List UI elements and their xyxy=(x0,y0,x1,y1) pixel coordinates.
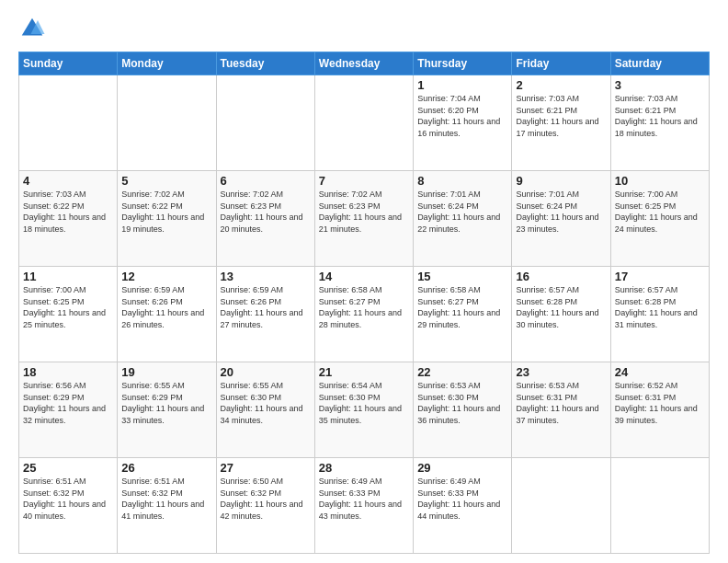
calendar-cell: 27Sunrise: 6:50 AMSunset: 6:32 PMDayligh… xyxy=(216,458,314,554)
calendar-week-row: 1Sunrise: 7:04 AMSunset: 6:20 PMDaylight… xyxy=(19,75,710,171)
day-number: 12 xyxy=(121,270,211,283)
day-info: Sunrise: 6:49 AMSunset: 6:33 PMDaylight:… xyxy=(417,476,507,522)
day-number: 26 xyxy=(121,461,211,475)
day-info: Sunrise: 6:53 AMSunset: 6:30 PMDaylight:… xyxy=(417,380,507,426)
day-number: 11 xyxy=(23,270,113,283)
calendar-cell: 14Sunrise: 6:58 AMSunset: 6:27 PMDayligh… xyxy=(314,267,413,362)
calendar-cell: 3Sunrise: 7:03 AMSunset: 6:21 PMDaylight… xyxy=(610,75,709,171)
day-info: Sunrise: 7:01 AMSunset: 6:24 PMDaylight:… xyxy=(417,189,507,235)
day-info: Sunrise: 7:02 AMSunset: 6:23 PMDaylight:… xyxy=(221,189,311,235)
day-number: 25 xyxy=(23,461,113,475)
day-info: Sunrise: 6:51 AMSunset: 6:32 PMDaylight:… xyxy=(23,476,113,522)
day-info: Sunrise: 6:53 AMSunset: 6:31 PMDaylight:… xyxy=(516,380,606,426)
day-info: Sunrise: 6:59 AMSunset: 6:26 PMDaylight:… xyxy=(121,284,211,330)
day-info: Sunrise: 7:04 AMSunset: 6:20 PMDaylight:… xyxy=(417,93,507,139)
weekday-header: Sunday xyxy=(19,52,118,75)
day-info: Sunrise: 7:03 AMSunset: 6:21 PMDaylight:… xyxy=(615,93,705,139)
calendar-cell: 17Sunrise: 6:57 AMSunset: 6:28 PMDayligh… xyxy=(610,267,709,362)
day-info: Sunrise: 6:57 AMSunset: 6:28 PMDaylight:… xyxy=(516,284,606,330)
day-info: Sunrise: 6:59 AMSunset: 6:26 PMDaylight:… xyxy=(221,284,311,330)
day-number: 20 xyxy=(221,365,311,379)
day-number: 17 xyxy=(615,270,705,283)
day-info: Sunrise: 6:52 AMSunset: 6:31 PMDaylight:… xyxy=(615,380,705,426)
calendar-cell: 19Sunrise: 6:55 AMSunset: 6:29 PMDayligh… xyxy=(118,362,216,458)
day-info: Sunrise: 6:56 AMSunset: 6:29 PMDaylight:… xyxy=(23,380,113,426)
calendar-cell xyxy=(512,458,610,554)
day-info: Sunrise: 7:00 AMSunset: 6:25 PMDaylight:… xyxy=(23,284,113,330)
calendar-cell: 15Sunrise: 6:58 AMSunset: 6:27 PMDayligh… xyxy=(414,267,512,362)
calendar-cell: 11Sunrise: 7:00 AMSunset: 6:25 PMDayligh… xyxy=(19,267,118,362)
calendar-cell: 25Sunrise: 6:51 AMSunset: 6:32 PMDayligh… xyxy=(19,458,118,554)
calendar-cell: 10Sunrise: 7:00 AMSunset: 6:25 PMDayligh… xyxy=(610,171,709,267)
day-info: Sunrise: 7:01 AMSunset: 6:24 PMDaylight:… xyxy=(516,189,606,235)
calendar-cell: 7Sunrise: 7:02 AMSunset: 6:23 PMDaylight… xyxy=(314,171,413,267)
day-number: 22 xyxy=(417,365,507,379)
page: SundayMondayTuesdayWednesdayThursdayFrid… xyxy=(0,0,728,563)
calendar-cell xyxy=(118,75,216,171)
calendar-cell: 21Sunrise: 6:54 AMSunset: 6:30 PMDayligh… xyxy=(314,362,413,458)
day-number: 21 xyxy=(319,365,409,379)
day-number: 24 xyxy=(615,365,705,379)
calendar-cell xyxy=(314,75,413,171)
day-number: 5 xyxy=(121,174,211,188)
weekday-header: Tuesday xyxy=(216,52,314,75)
day-number: 8 xyxy=(417,174,507,188)
calendar-cell: 8Sunrise: 7:01 AMSunset: 6:24 PMDaylight… xyxy=(414,171,512,267)
day-info: Sunrise: 7:00 AMSunset: 6:25 PMDaylight:… xyxy=(615,189,705,235)
day-info: Sunrise: 7:03 AMSunset: 6:21 PMDaylight:… xyxy=(516,93,606,139)
calendar-cell: 5Sunrise: 7:02 AMSunset: 6:22 PMDaylight… xyxy=(118,171,216,267)
header xyxy=(18,15,710,42)
calendar-cell: 12Sunrise: 6:59 AMSunset: 6:26 PMDayligh… xyxy=(118,267,216,362)
day-number: 2 xyxy=(516,78,606,92)
calendar-cell xyxy=(216,75,314,171)
day-info: Sunrise: 6:55 AMSunset: 6:29 PMDaylight:… xyxy=(121,380,211,426)
calendar-header: SundayMondayTuesdayWednesdayThursdayFrid… xyxy=(19,52,710,75)
calendar-cell: 24Sunrise: 6:52 AMSunset: 6:31 PMDayligh… xyxy=(610,362,709,458)
day-number: 13 xyxy=(221,270,311,283)
calendar-cell: 16Sunrise: 6:57 AMSunset: 6:28 PMDayligh… xyxy=(512,267,610,362)
calendar-cell: 18Sunrise: 6:56 AMSunset: 6:29 PMDayligh… xyxy=(19,362,118,458)
calendar-cell: 1Sunrise: 7:04 AMSunset: 6:20 PMDaylight… xyxy=(414,75,512,171)
day-number: 7 xyxy=(319,174,409,188)
day-info: Sunrise: 6:58 AMSunset: 6:27 PMDaylight:… xyxy=(417,284,507,330)
day-number: 3 xyxy=(615,78,705,92)
weekday-header: Saturday xyxy=(610,52,709,75)
weekday-header: Friday xyxy=(512,52,610,75)
calendar-cell: 2Sunrise: 7:03 AMSunset: 6:21 PMDaylight… xyxy=(512,75,610,171)
weekday-row: SundayMondayTuesdayWednesdayThursdayFrid… xyxy=(19,52,710,75)
day-number: 10 xyxy=(615,174,705,188)
day-number: 14 xyxy=(319,270,409,283)
day-number: 29 xyxy=(417,461,507,475)
day-info: Sunrise: 6:58 AMSunset: 6:27 PMDaylight:… xyxy=(319,284,409,330)
calendar-table: SundayMondayTuesdayWednesdayThursdayFrid… xyxy=(18,52,710,554)
day-number: 28 xyxy=(319,461,409,475)
day-number: 23 xyxy=(516,365,606,379)
calendar-cell: 9Sunrise: 7:01 AMSunset: 6:24 PMDaylight… xyxy=(512,171,610,267)
calendar-cell xyxy=(610,458,709,554)
day-info: Sunrise: 6:57 AMSunset: 6:28 PMDaylight:… xyxy=(615,284,705,330)
weekday-header: Monday xyxy=(118,52,216,75)
calendar-cell: 20Sunrise: 6:55 AMSunset: 6:30 PMDayligh… xyxy=(216,362,314,458)
day-info: Sunrise: 6:50 AMSunset: 6:32 PMDaylight:… xyxy=(221,476,311,522)
calendar-week-row: 18Sunrise: 6:56 AMSunset: 6:29 PMDayligh… xyxy=(19,362,710,458)
calendar-week-row: 4Sunrise: 7:03 AMSunset: 6:22 PMDaylight… xyxy=(19,171,710,267)
day-number: 15 xyxy=(417,270,507,283)
day-number: 16 xyxy=(516,270,606,283)
weekday-header: Thursday xyxy=(414,52,512,75)
calendar-cell: 28Sunrise: 6:49 AMSunset: 6:33 PMDayligh… xyxy=(314,458,413,554)
day-number: 6 xyxy=(221,174,311,188)
calendar-cell: 23Sunrise: 6:53 AMSunset: 6:31 PMDayligh… xyxy=(512,362,610,458)
day-info: Sunrise: 7:03 AMSunset: 6:22 PMDaylight:… xyxy=(23,189,113,235)
day-info: Sunrise: 6:55 AMSunset: 6:30 PMDaylight:… xyxy=(221,380,311,426)
calendar-cell: 4Sunrise: 7:03 AMSunset: 6:22 PMDaylight… xyxy=(19,171,118,267)
calendar-body: 1Sunrise: 7:04 AMSunset: 6:20 PMDaylight… xyxy=(19,75,710,554)
day-number: 9 xyxy=(516,174,606,188)
day-number: 1 xyxy=(417,78,507,92)
calendar-cell: 22Sunrise: 6:53 AMSunset: 6:30 PMDayligh… xyxy=(414,362,512,458)
calendar-cell: 13Sunrise: 6:59 AMSunset: 6:26 PMDayligh… xyxy=(216,267,314,362)
logo xyxy=(18,15,50,42)
day-number: 19 xyxy=(121,365,211,379)
day-info: Sunrise: 7:02 AMSunset: 6:22 PMDaylight:… xyxy=(121,189,211,235)
day-info: Sunrise: 6:54 AMSunset: 6:30 PMDaylight:… xyxy=(319,380,409,426)
calendar-cell: 26Sunrise: 6:51 AMSunset: 6:32 PMDayligh… xyxy=(118,458,216,554)
